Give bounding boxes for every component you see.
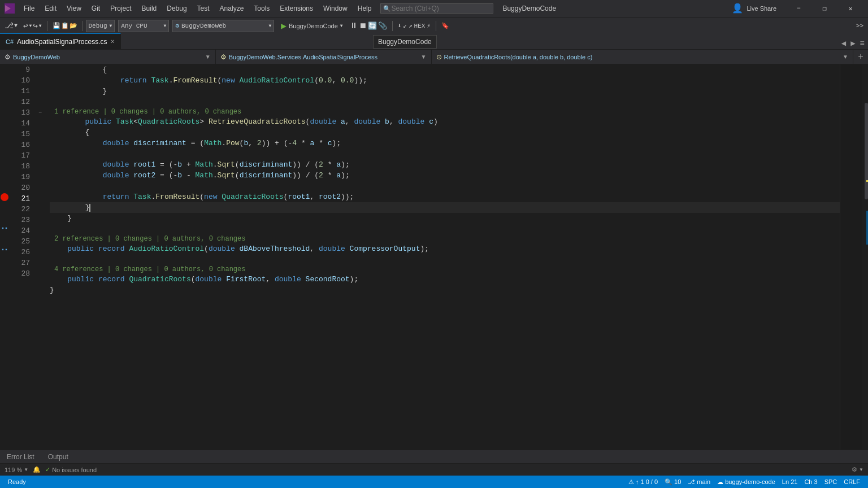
status-ch[interactable]: Ch 3 <box>801 478 821 486</box>
exception-icon[interactable]: ⚡ <box>427 22 431 29</box>
attach-icon[interactable]: 📎 <box>378 21 387 30</box>
live-share-btn[interactable]: Live Share <box>747 5 776 12</box>
tab-scroll-right-icon[interactable]: ▶ <box>849 37 856 49</box>
redo-dropdown[interactable]: ▼ <box>39 23 42 28</box>
settings-btn[interactable]: ⚙ ▼ <box>852 466 863 473</box>
menu-bar[interactable]: File Edit View Git Project Build Debug T… <box>19 3 376 14</box>
menu-extensions[interactable]: Extensions <box>275 3 318 14</box>
menu-debug[interactable]: Debug <box>162 3 191 14</box>
code-text-17: double root1 = (-b + Math.Sqrt(discrimin… <box>50 159 350 170</box>
play-dropdown-arrow[interactable]: ▼ <box>340 23 343 28</box>
undo-icon[interactable]: ↩ <box>23 21 28 30</box>
search-box[interactable]: 🔍 <box>380 3 493 14</box>
tab-scroll-left-icon[interactable]: ◀ <box>840 37 847 49</box>
zoom-control[interactable]: 119 % ▼ <box>5 467 28 473</box>
tab-audio-spatial[interactable]: C# AudioSpatialSignalProcess.cs ✕ <box>0 33 121 49</box>
fold-btn-13[interactable]: − <box>38 110 42 116</box>
close-btn[interactable]: ✕ <box>837 0 863 17</box>
window-controls[interactable]: − ❐ ✕ <box>785 0 863 17</box>
panel-tab-error-list[interactable]: Error List <box>0 450 41 464</box>
restart-icon[interactable]: 🔄 <box>368 21 377 30</box>
step-over-icon[interactable]: ⬇ <box>398 22 402 29</box>
hex-icon[interactable]: HEX <box>414 23 426 29</box>
repo-icon: ☁ <box>717 478 723 486</box>
menu-build[interactable]: Build <box>137 3 162 14</box>
ln-9: 9 <box>9 64 30 75</box>
toolbar-source-control[interactable]: ⎇ ▼ <box>2 20 20 32</box>
toolbar-expand[interactable]: >> <box>854 21 866 30</box>
build-config-dropdown[interactable]: Debug ▼ <box>86 20 115 32</box>
toolbar-undo-group[interactable]: ↩ ▼ ↪ ▼ <box>21 20 44 32</box>
pause-icon[interactable]: ⏸ <box>350 21 358 30</box>
menu-project[interactable]: Project <box>106 3 136 14</box>
settings-arrow[interactable]: ▼ <box>859 467 863 472</box>
status-ln[interactable]: Ln 21 <box>779 478 801 486</box>
nav-add-btn[interactable]: + <box>853 50 868 64</box>
scrollbar-area[interactable] <box>862 64 868 450</box>
no-issues[interactable]: ✓ No issues found <box>45 466 97 473</box>
menu-help[interactable]: Help <box>353 3 376 14</box>
toolbar-bookmark[interactable]: 🔖 <box>439 21 452 30</box>
ln-23: 23 <box>9 215 30 225</box>
status-crlf[interactable]: CRLF <box>840 478 863 486</box>
save-all-icon[interactable]: 📋 <box>61 22 69 29</box>
check-icon: ✓ <box>45 466 50 473</box>
breakpoint-line21[interactable] <box>1 193 8 201</box>
status-branch[interactable]: ⎇ main <box>684 478 714 486</box>
tab-list-icon[interactable]: ≡ <box>859 38 866 49</box>
project-dropdown[interactable]: ⚙ BuggyDemoWeb ▼ <box>172 20 274 32</box>
platform-dropdown[interactable]: Any CPU ▼ <box>118 20 169 32</box>
toolbar-more[interactable]: ⬇ ↙ ↗ HEX ⚡ <box>396 21 433 30</box>
undo-dropdown[interactable]: ▼ <box>29 23 32 28</box>
save-icon[interactable]: 💾 <box>53 22 60 29</box>
redo-icon[interactable]: ↪ <box>33 21 37 30</box>
menu-window[interactable]: Window <box>319 3 352 14</box>
bookmark-icon[interactable]: 🔖 <box>441 22 449 29</box>
bottom-bar: 119 % ▼ 🔔 ✓ No issues found ⚙ ▼ <box>0 463 868 476</box>
step-into-icon[interactable]: ↙ <box>403 22 407 29</box>
namespace-dropdown[interactable]: ⚙ BuggyDemoWeb ▼ <box>0 50 216 64</box>
maximize-btn[interactable]: ❐ <box>811 0 837 17</box>
status-ready[interactable]: Ready <box>5 478 29 485</box>
status-errors[interactable]: ⚠ ↑ 1 0 / 0 <box>625 478 661 486</box>
code-line-18: double root2 = (-b - Math.Sqrt(discrimin… <box>50 170 840 181</box>
tab-cs-icon: C# <box>6 38 14 45</box>
menu-git[interactable]: Git <box>87 3 105 14</box>
menu-edit[interactable]: Edit <box>40 3 61 14</box>
code-area[interactable]: { return Task.FromResult(new AudioRatioC… <box>45 64 840 450</box>
service-dropdown[interactable]: ⚙ BuggyDemoWeb.Services.AudioSpatialSign… <box>216 50 432 64</box>
menu-tools[interactable]: Tools <box>249 3 274 14</box>
code-line-21[interactable]: } <box>50 202 840 213</box>
status-spc[interactable]: SPC <box>821 478 841 486</box>
scrollbar-thumb[interactable] <box>865 103 868 199</box>
ln-24: 24 <box>9 225 30 236</box>
code-line-27: } <box>50 285 840 295</box>
ln-value: Ln 21 <box>782 478 798 485</box>
toolbar-save-group[interactable]: 💾 📋 📂 <box>50 21 80 30</box>
minimap-scrollbar[interactable] <box>840 64 868 450</box>
play-label: BuggyDemoCode <box>289 23 338 29</box>
stop-icon[interactable]: ⏹ <box>359 21 367 30</box>
menu-analyze[interactable]: Analyze <box>215 3 249 14</box>
search-input[interactable] <box>391 5 481 12</box>
toolbar-arrows[interactable]: ▼ <box>14 23 18 29</box>
notify-btn[interactable]: 🔔 <box>33 466 41 473</box>
menu-test[interactable]: Test <box>193 3 214 14</box>
menu-file[interactable]: File <box>19 3 39 14</box>
open-icon[interactable]: 📂 <box>70 22 77 29</box>
step-out-icon[interactable]: ↗ <box>409 22 413 29</box>
toolbar-debug-group[interactable]: ⏸ ⏹ 🔄 📎 <box>348 20 389 32</box>
zoom-dropdown[interactable]: ▼ <box>24 467 28 472</box>
tab-close-btn[interactable]: ✕ <box>110 38 115 45</box>
tab-bar-controls[interactable]: ◀ ▶ ≡ <box>838 37 868 49</box>
code-line-26: public record QuadraticRoots(double Firs… <box>50 274 840 285</box>
minimize-btn[interactable]: − <box>785 0 811 17</box>
project-icon: ⚙ <box>175 22 179 29</box>
menu-view[interactable]: View <box>62 3 86 14</box>
play-run-btn[interactable]: ▶ BuggyDemoCode ▼ <box>277 19 346 33</box>
status-repo[interactable]: ☁ buggy-demo-code <box>714 478 779 486</box>
title-bar-right: BuggyDemoCode <box>502 5 556 12</box>
panel-tab-output[interactable]: Output <box>41 450 75 464</box>
status-zoom[interactable]: 🔍 10 <box>661 478 684 486</box>
method-dropdown[interactable]: ⊙ RetrieveQuadraticRoots(double a, doubl… <box>432 50 854 64</box>
